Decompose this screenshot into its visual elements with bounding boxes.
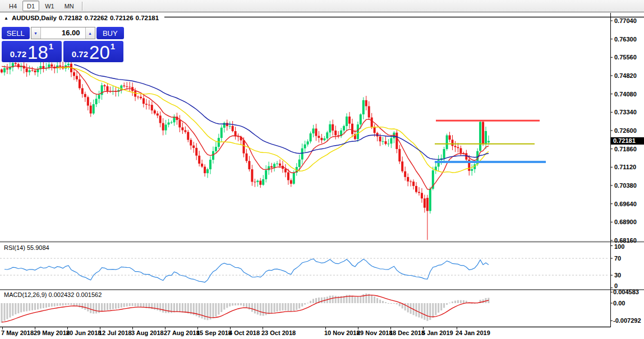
svg-text:5 Jan 2019: 5 Jan 2019 [422, 329, 453, 336]
svg-text:7 May 2018: 7 May 2018 [1, 329, 34, 336]
candles-layer [1, 58, 490, 240]
svg-text:0: 0 [614, 282, 618, 289]
svg-text:30: 30 [614, 272, 621, 278]
buy-price-pip-digit: 1 [111, 41, 115, 51]
low-value: 0.72126 [110, 15, 134, 21]
buy-price-big-digits: 20 [89, 45, 110, 60]
svg-text:0.68900: 0.68900 [614, 219, 637, 225]
svg-text:29 May 2018: 29 May 2018 [34, 329, 70, 336]
buy-price-prefix: 0.72 [72, 49, 88, 59]
svg-text:0.76300: 0.76300 [614, 36, 637, 43]
svg-text:70: 70 [614, 255, 621, 262]
price-axis: 0.770400.763000.755600.748200.740800.733… [610, 17, 637, 244]
volume-input[interactable]: 16.00 [41, 27, 85, 39]
svg-text:12 Jul 2018: 12 Jul 2018 [99, 329, 132, 336]
buy-button[interactable]: BUY [96, 27, 125, 39]
svg-text:29 Nov 2018: 29 Nov 2018 [357, 329, 393, 336]
volume-decrease-button[interactable]: ▼ [31, 27, 41, 39]
volume-spinner: ▼ 16.00 ▲ [31, 27, 95, 39]
svg-text:20 Jun 2018: 20 Jun 2018 [66, 329, 101, 336]
collapse-triangle-icon[interactable]: ▲ [4, 16, 8, 21]
svg-text:24 Jan 2019: 24 Jan 2019 [456, 329, 490, 336]
svg-text:0.69640: 0.69640 [614, 201, 637, 207]
volume-increase-button[interactable]: ▲ [85, 27, 95, 39]
close-value: 0.72181 [136, 15, 159, 21]
tab-timeframe-d1[interactable]: D1 [22, 1, 39, 11]
ma-mid[interactable] [57, 67, 489, 173]
svg-text:15 Sep 2018: 15 Sep 2018 [196, 329, 232, 336]
timeframe-toolbar: H4 D1 W1 MN [0, 0, 644, 12]
macd-indicator-label: MACD(12,26,9) 0.002432 0.001562 [4, 291, 102, 298]
svg-text:-0.007292: -0.007292 [613, 317, 641, 324]
svg-text:0.73340: 0.73340 [614, 109, 637, 115]
svg-text:0.71860: 0.71860 [614, 146, 637, 152]
svg-text:4 Oct 2018: 4 Oct 2018 [229, 329, 260, 336]
svg-text:27 Aug 2018: 27 Aug 2018 [164, 329, 200, 336]
svg-text:100: 100 [614, 243, 624, 250]
sell-price-prefix: 0.72 [10, 49, 26, 59]
svg-text:0.74820: 0.74820 [614, 72, 637, 79]
rsi-indicator-label: RSI(14) 55.9084 [4, 244, 49, 251]
chart-header: ▲AUDUSD,Daily0.721820.722620.721260.7218… [4, 15, 164, 22]
rsi-line [4, 259, 489, 282]
ma-slow[interactable] [74, 64, 489, 159]
svg-text:0.75560: 0.75560 [614, 54, 637, 61]
sell-price-big-digits: 18 [27, 45, 48, 60]
buy-price-box[interactable]: 0.72 20 1 [63, 41, 123, 62]
one-click-trading-panel: SELL ▼ 16.00 ▲ BUY 0.72 18 1 0.72 20 1 [2, 27, 124, 62]
time-axis: 7 May 201829 May 201820 Jun 201812 Jul 2… [1, 327, 490, 336]
svg-text:18 Dec 2018: 18 Dec 2018 [389, 329, 425, 336]
symbol-label: AUDUSD,Daily [12, 15, 57, 21]
sell-price-pip-digit: 1 [49, 41, 53, 51]
current-price-tag: 0.72181 [611, 137, 644, 145]
tab-timeframe-h4[interactable]: H4 [4, 1, 21, 11]
svg-text:3 Aug 2018: 3 Aug 2018 [131, 329, 164, 336]
tab-timeframe-w1[interactable]: W1 [40, 1, 59, 11]
svg-text:0.74080: 0.74080 [614, 91, 637, 97]
sell-button[interactable]: SELL [2, 27, 30, 39]
macd-panel-separator [0, 289, 644, 290]
svg-text:0.004583: 0.004583 [613, 289, 639, 295]
svg-text:0.72600: 0.72600 [614, 127, 637, 134]
toolbar-separator [82, 2, 83, 11]
svg-text:0.71120: 0.71120 [614, 164, 636, 170]
sell-price-box[interactable]: 0.72 18 1 [2, 41, 62, 62]
tab-timeframe-mn[interactable]: MN [60, 1, 79, 11]
open-value: 0.72182 [59, 15, 82, 21]
rsi-panel-separator [0, 242, 644, 243]
svg-text:0.00: 0.00 [613, 300, 625, 307]
svg-text:0.70380: 0.70380 [614, 182, 637, 189]
svg-text:23 Oct 2018: 23 Oct 2018 [261, 329, 296, 336]
high-value: 0.72262 [84, 15, 108, 21]
svg-text:0.77040: 0.77040 [614, 17, 637, 24]
svg-text:10 Nov 2018: 10 Nov 2018 [324, 329, 360, 336]
